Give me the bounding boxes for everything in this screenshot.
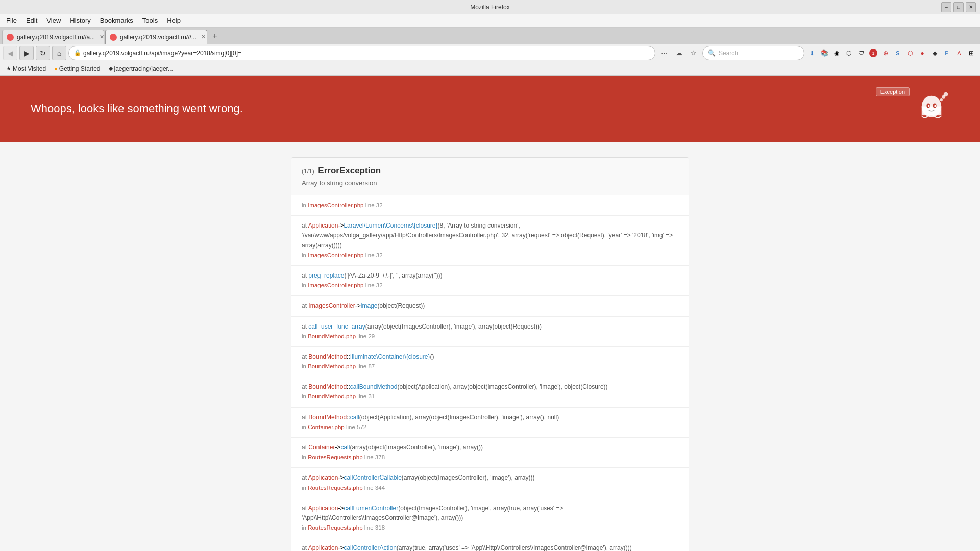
url-text: gallery.q2019.volgactf.ru/api/image?year… xyxy=(83,49,241,57)
bookmark-getting-started-label: Getting Started xyxy=(59,65,101,72)
tab-1[interactable]: gallery.q2019.volgactf.ru//a... ✕ xyxy=(2,30,104,44)
nav-tools: ⋯ ☁ ☆ xyxy=(657,46,700,60)
ext-3-icon[interactable]: ⬡ xyxy=(904,47,916,59)
url-bar[interactable]: 🔒 gallery.q2019.volgactf.ru/api/image?ye… xyxy=(68,46,655,60)
tab-1-favicon xyxy=(7,34,14,41)
tab-1-label: gallery.q2019.volgactf.ru//a... xyxy=(17,34,95,41)
title-bar: Mozilla Firefox – □ ✕ xyxy=(0,0,980,14)
lock-icon: 🔒 xyxy=(74,49,81,56)
tab-2-close[interactable]: ✕ xyxy=(200,33,207,41)
minimize-button[interactable]: – xyxy=(941,2,951,12)
nav-bar: ◀ ▶ ↻ ⌂ 🔒 gallery.q2019.volgactf.ru/api/… xyxy=(0,44,980,62)
page-content: Whoops, looks like something went wrong.… xyxy=(0,76,980,551)
back-button[interactable]: ◀ xyxy=(3,46,17,60)
error-counter: (1/1) xyxy=(302,168,314,175)
svg-point-8 xyxy=(944,92,948,97)
menu-history[interactable]: History xyxy=(66,16,94,26)
error-header: Whoops, looks like something went wrong.… xyxy=(0,76,980,142)
stack-entry-3: at preg_replace('[^A-Za-z0-9_\.\-]', '',… xyxy=(291,266,689,296)
svg-point-4 xyxy=(928,105,930,107)
stack-trace: in ImagesController.php line 32 at Appli… xyxy=(291,195,689,551)
menu-bar: File Edit View History Bookmarks Tools H… xyxy=(0,14,980,28)
tab-2[interactable]: gallery.q2019.volgactf.ru///... ✕ xyxy=(105,30,207,44)
sync-button[interactable]: ☁ xyxy=(672,46,685,60)
notification-badge: 1 xyxy=(869,49,877,57)
menu-edit[interactable]: Edit xyxy=(22,16,41,26)
stack-entry-11: at Application->callLumenController(obje… xyxy=(291,498,689,539)
bookmark-most-visited[interactable]: ★ Most Visited xyxy=(3,64,49,73)
exception-badge: Exception xyxy=(876,87,910,96)
ext-4-icon[interactable]: ● xyxy=(917,47,928,59)
menu-help[interactable]: Help xyxy=(163,16,185,26)
pocket-icon[interactable]: ◉ xyxy=(831,47,842,59)
stack-entry-4: at ImagesController->image(object(Reques… xyxy=(291,296,689,316)
tab-2-label: gallery.q2019.volgactf.ru///... xyxy=(120,34,197,41)
tab-bar: gallery.q2019.volgactf.ru//a... ✕ galler… xyxy=(0,28,980,44)
stack-entry-1: in ImagesController.php line 32 xyxy=(291,195,689,216)
search-icon: 🔍 xyxy=(708,49,716,57)
stack-entry-7: at BoundMethod::callBoundMethod(object(A… xyxy=(291,377,689,407)
ext-2-icon[interactable]: S xyxy=(892,47,903,59)
menu-tools[interactable]: Tools xyxy=(138,16,162,26)
stack-entry-9: at Container->call(array(object(ImagesCo… xyxy=(291,438,689,468)
stack-entry-2: at Application->Laravel\Lumen\Concerns\{… xyxy=(291,216,689,266)
download-icon[interactable]: ⬇ xyxy=(806,47,818,59)
bookmark-jaeger[interactable]: ◆ jaegertracing/jaeger... xyxy=(106,64,176,73)
new-tab-button[interactable]: + xyxy=(208,30,222,43)
error-header-text: Whoops, looks like something went wrong. xyxy=(31,102,243,115)
stack-entry-5: at call_user_func_array(array(object(Ima… xyxy=(291,317,689,347)
circle-icon: ● xyxy=(54,66,58,72)
error-body: (1/1) ErrorException Array to string con… xyxy=(291,157,689,551)
ext-5-icon[interactable]: ◆ xyxy=(929,47,940,59)
stack-entry-6: at BoundMethod::Illuminate\Container\{cl… xyxy=(291,347,689,377)
tab-2-favicon xyxy=(110,34,117,41)
svg-point-6 xyxy=(940,98,943,101)
ext-7-icon[interactable]: A xyxy=(953,47,965,59)
grid-icon[interactable]: ⊞ xyxy=(966,47,977,59)
window-controls: – □ ✕ xyxy=(941,2,976,12)
whoops-mascot: Exception xyxy=(876,91,949,127)
bookmark-jaeger-label: jaegertracing/jaeger... xyxy=(114,65,173,72)
star-icon: ★ xyxy=(6,65,11,72)
menu-bookmarks[interactable]: Bookmarks xyxy=(96,16,137,26)
stack-entry-1-file: in ImagesController.php line 32 xyxy=(302,202,383,208)
ghost-mascot xyxy=(914,91,949,127)
more-options-button[interactable]: ⋯ xyxy=(657,46,671,60)
notification-icon[interactable]: 1 xyxy=(868,47,879,59)
toolbar-icons: ⬇ 📚 ◉ ⬡ 🛡 1 ⊕ S ⬡ ● ◆ P A ⊞ xyxy=(806,47,977,59)
stack-entry-12: at Application->callControllerAction(arr… xyxy=(291,538,689,551)
bookmark-getting-started[interactable]: ● Getting Started xyxy=(51,64,103,73)
maximize-button[interactable]: □ xyxy=(953,2,964,12)
close-button[interactable]: ✕ xyxy=(966,2,976,12)
container-icon[interactable]: ⬡ xyxy=(843,47,854,59)
error-type-line: (1/1) ErrorException xyxy=(302,166,678,176)
error-name: ErrorException xyxy=(318,166,381,176)
bookmark-most-visited-label: Most Visited xyxy=(13,65,46,72)
reload-button[interactable]: ↻ xyxy=(36,46,50,60)
github-icon: ◆ xyxy=(109,65,113,72)
window-title: Mozilla Firefox xyxy=(470,4,509,11)
stack-entry-10: at Application->callControllerCallable(a… xyxy=(291,468,689,498)
stack-entry-8: at BoundMethod::call(object(Application)… xyxy=(291,408,689,438)
library-icon[interactable]: 📚 xyxy=(819,47,830,59)
bookmarks-bar: ★ Most Visited ● Getting Started ◆ jaege… xyxy=(0,62,980,76)
ext-1-icon[interactable]: ⊕ xyxy=(880,47,891,59)
search-bar[interactable]: 🔍 Search xyxy=(702,46,804,60)
bookmark-star-button[interactable]: ☆ xyxy=(687,46,700,60)
menu-view[interactable]: View xyxy=(42,16,65,26)
ext-6-icon[interactable]: P xyxy=(941,47,952,59)
search-placeholder: Search xyxy=(719,49,738,57)
home-button[interactable]: ⌂ xyxy=(52,46,66,60)
tab-1-close[interactable]: ✕ xyxy=(98,33,104,41)
error-message: Array to string conversion xyxy=(302,179,678,187)
forward-button[interactable]: ▶ xyxy=(19,46,34,60)
shield-icon[interactable]: 🛡 xyxy=(855,47,867,59)
error-header-section: (1/1) ErrorException Array to string con… xyxy=(291,158,689,195)
svg-point-5 xyxy=(934,105,936,107)
menu-file[interactable]: File xyxy=(2,16,21,26)
